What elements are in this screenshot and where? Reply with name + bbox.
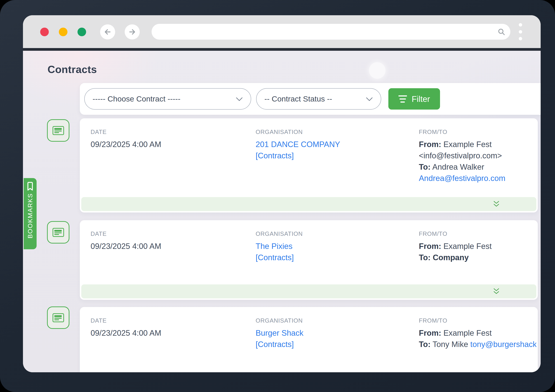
date-column-label: DATE [91, 317, 245, 324]
organisation-link[interactable]: The Pixies [256, 242, 410, 253]
organisation-column-label: ORGANISATION [256, 230, 410, 237]
fromto-text [431, 253, 433, 262]
back-arrow-icon [103, 28, 112, 36]
contracts-link[interactable]: [Contracts] [256, 340, 410, 351]
minimize-window-button[interactable] [59, 28, 67, 36]
bookmarks-tab[interactable]: BOOKMARKS [24, 178, 37, 249]
fromto-text: Tony Mike [431, 340, 470, 348]
fromto-bold-text: From: [419, 242, 441, 251]
browser-menu-button[interactable] [517, 23, 524, 40]
choose-contract-select[interactable]: ----- Choose Contract ----- [84, 88, 251, 109]
contract-status-value: -- Contract Status -- [264, 94, 332, 103]
zoom-window-button[interactable] [78, 28, 86, 36]
expand-card-bar[interactable] [81, 284, 536, 298]
contract-document-button[interactable] [47, 221, 69, 244]
date-column-label: DATE [91, 129, 245, 135]
fromto-line: <info@festivalpro.com> [419, 151, 536, 162]
document-icon [52, 313, 64, 322]
fromto-bold-text: To: [419, 340, 431, 348]
expand-double-chevron-icon[interactable] [493, 201, 500, 207]
browser-chrome [23, 15, 541, 48]
contract-date: 09/23/2025 4:00 AM [91, 140, 245, 151]
browser-window: Contracts ----- Choose Contract ----- --… [23, 15, 541, 372]
contracts-link[interactable]: [Contracts] [256, 151, 410, 162]
fromto-bold-text: From: [419, 140, 441, 149]
fromto-line: From: Example Fest [419, 140, 536, 151]
contract-document-button[interactable] [47, 119, 69, 142]
page-content: Contracts ----- Choose Contract ----- --… [23, 51, 541, 372]
date-column-label: DATE [91, 230, 245, 237]
fromto-line: To: Tony Mike tony@burgershack [419, 340, 536, 351]
contract-date: 09/23/2025 4:00 AM [91, 242, 245, 253]
organisation-link[interactable]: Burger Shack [256, 328, 410, 340]
organisation-link[interactable]: 201 DANCE COMPANY [256, 140, 410, 151]
organisation-column-label: ORGANISATION [256, 129, 410, 135]
menu-dot [519, 23, 522, 27]
email-link[interactable]: tony@burgershack [470, 340, 536, 348]
chrome-divider [23, 48, 541, 51]
filter-button[interactable]: Filter [388, 88, 440, 109]
background-dot [369, 62, 386, 79]
contract-document-button[interactable] [47, 306, 69, 329]
filter-button-label: Filter [412, 94, 430, 104]
fromto-line: To: Company [419, 253, 536, 264]
bookmarks-tab-label: BOOKMARKS [27, 193, 34, 239]
fromto-bold-text: From: [419, 328, 441, 337]
choose-contract-value: ----- Choose Contract ----- [93, 94, 181, 103]
contract-date: 09/23/2025 4:00 AM [91, 328, 245, 340]
filter-icon [398, 95, 407, 102]
close-window-button[interactable] [40, 28, 49, 36]
fromto-line: To: Andrea Walker [419, 162, 536, 174]
email-link[interactable]: Andrea@festivalpro.com [419, 174, 505, 182]
expand-double-chevron-icon[interactable] [493, 288, 500, 295]
device-frame: Contracts ----- Choose Contract ----- --… [0, 0, 555, 392]
fromto-text: Example Fest [441, 328, 492, 337]
organisation-column-label: ORGANISATION [256, 317, 410, 324]
chevron-down-icon [236, 97, 243, 102]
fromto-bold-text: To: [419, 253, 431, 262]
document-icon [52, 126, 64, 135]
page-title: Contracts [48, 63, 97, 75]
forward-arrow-icon [128, 28, 136, 36]
fromto-line: From: Example Fest [419, 242, 536, 253]
fromto-column-label: FROM/TO [419, 317, 536, 324]
contract-card: DATE 09/23/2025 4:00 AM ORGANISATION 201… [80, 118, 538, 212]
menu-dot [519, 30, 522, 34]
contract-status-select[interactable]: -- Contract Status -- [256, 88, 381, 109]
fromto-text: Example Fest [441, 242, 492, 251]
fromto-bold-text: Company [433, 253, 468, 262]
forward-button[interactable] [125, 24, 140, 39]
fromto-text: Andrea Walker [431, 162, 484, 171]
document-icon [52, 228, 64, 237]
contract-card: DATE 09/23/2025 4:00 AM ORGANISATION Bur… [80, 307, 538, 372]
search-icon[interactable] [497, 28, 505, 36]
fromto-column-label: FROM/TO [419, 129, 536, 135]
menu-dot [519, 37, 522, 40]
contract-card: DATE 09/23/2025 4:00 AM ORGANISATION The… [80, 220, 538, 300]
fromto-line: From: Example Fest [419, 328, 536, 340]
contracts-link[interactable]: [Contracts] [256, 253, 410, 264]
fromto-line: Andrea@festivalpro.com [419, 174, 536, 185]
url-bar[interactable] [152, 24, 510, 40]
expand-card-bar[interactable] [81, 197, 536, 211]
fromto-column-label: FROM/TO [419, 230, 536, 237]
fromto-text: <info@festivalpro.com> [419, 151, 502, 160]
fromto-bold-text: To: [419, 162, 431, 171]
back-button[interactable] [100, 24, 115, 39]
bookmark-icon [26, 181, 34, 191]
chevron-down-icon [366, 97, 373, 102]
fromto-text: Example Fest [441, 140, 492, 149]
filter-bar: ----- Choose Contract ----- -- Contract … [80, 83, 541, 115]
